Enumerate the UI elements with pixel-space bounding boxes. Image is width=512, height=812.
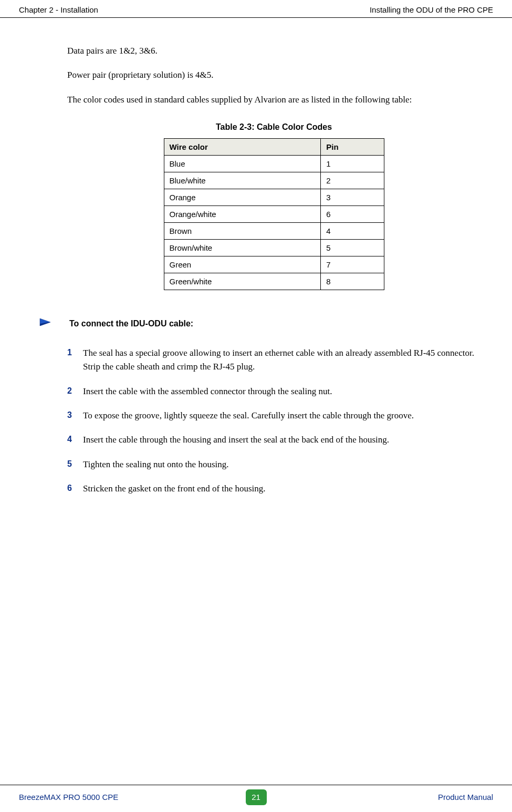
step-item: Stricken the gasket on the front end of … <box>67 482 480 496</box>
table-cell: Brown/white <box>164 240 321 256</box>
procedure-heading: To connect the IDU-ODU cable: <box>39 316 480 331</box>
procedure-title: To connect the IDU-ODU cable: <box>69 319 193 328</box>
table-row: Green 7 <box>164 256 384 273</box>
step-item: The seal has a special groove allowing t… <box>67 346 480 374</box>
table-cell: Green/white <box>164 273 321 290</box>
table-header-pin: Pin <box>321 139 384 156</box>
table-cell: 1 <box>321 156 384 172</box>
footer-page-number: 21 <box>246 789 267 805</box>
paragraph: The color codes used in standard cables … <box>67 93 480 107</box>
table-row: Blue 1 <box>164 156 384 172</box>
table-container: Table 2-3: Cable Color Codes Wire color … <box>67 122 480 290</box>
step-item: Insert the cable with the assembled conn… <box>67 385 480 398</box>
footer-product: BreezeMAX PRO 5000 CPE <box>19 793 118 801</box>
table-cell: 6 <box>321 206 384 223</box>
step-item: To expose the groove, lightly squeeze th… <box>67 409 480 423</box>
step-item: Insert the cable through the housing and… <box>67 433 480 447</box>
table-cell: 3 <box>321 189 384 206</box>
step-item: Tighten the sealing nut onto the housing… <box>67 458 480 471</box>
table-cell: Blue <box>164 156 321 172</box>
table-cell: Green <box>164 256 321 273</box>
table-cell: Blue/white <box>164 172 321 189</box>
page-badge: 21 <box>246 789 267 805</box>
table-row: Orange 3 <box>164 189 384 206</box>
page-content: Data pairs are 1&2, 3&6. Power pair (pro… <box>0 18 512 496</box>
table-row: Orange/white 6 <box>164 206 384 223</box>
table-cell: Orange/white <box>164 206 321 223</box>
table-cell: 2 <box>321 172 384 189</box>
header-chapter: Chapter 2 - Installation <box>19 5 98 14</box>
table-header-wire-color: Wire color <box>164 139 321 156</box>
table-cell: 7 <box>321 256 384 273</box>
paragraph: Data pairs are 1&2, 3&6. <box>67 44 480 58</box>
footer-manual: Product Manual <box>438 793 493 801</box>
table-row: Blue/white 2 <box>164 172 384 189</box>
table-cell: 8 <box>321 273 384 290</box>
page-header: Chapter 2 - Installation Installing the … <box>0 0 512 18</box>
header-section: Installing the ODU of the PRO CPE <box>370 5 493 14</box>
table-cell: Brown <box>164 223 321 240</box>
table-cell: Orange <box>164 189 321 206</box>
cable-color-table: Wire color Pin Blue 1 Blue/white 2 Orang… <box>164 138 384 290</box>
table-caption: Table 2-3: Cable Color Codes <box>216 122 332 132</box>
table-cell: 4 <box>321 223 384 240</box>
table-row: Green/white 8 <box>164 273 384 290</box>
table-row: Brown 4 <box>164 223 384 240</box>
page-footer: BreezeMAX PRO 5000 CPE 21 Product Manual <box>0 785 512 812</box>
arrow-right-icon <box>39 316 57 331</box>
procedure-steps: The seal has a special groove allowing t… <box>67 346 480 496</box>
table-row: Brown/white 5 <box>164 240 384 256</box>
paragraph: Power pair (proprietary solution) is 4&5… <box>67 68 480 82</box>
table-cell: 5 <box>321 240 384 256</box>
